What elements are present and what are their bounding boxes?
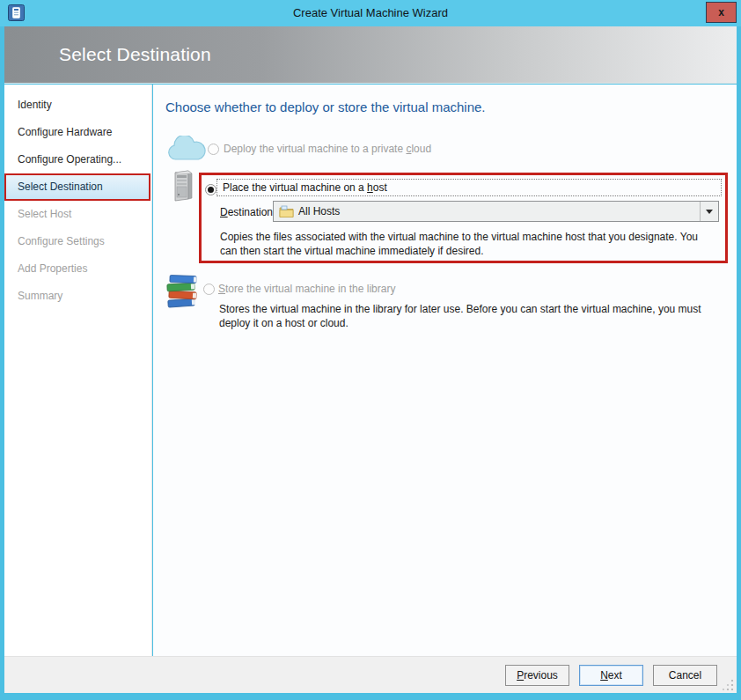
page-title: Select Destination [59, 44, 211, 65]
wizard-header: Select Destination [4, 26, 737, 84]
host-option-description: Copies the files associated with the vir… [220, 230, 713, 258]
cancel-button[interactable]: Cancel [653, 665, 717, 686]
sidebar-item-configure-operating[interactable]: Configure Operating... [4, 146, 151, 173]
host-group-folder-icon [279, 205, 294, 217]
window-title: Create Virtual Machine Wizard [0, 6, 741, 19]
sidebar-item-summary[interactable]: Summary [4, 283, 151, 310]
next-button[interactable]: Next [579, 665, 643, 686]
wizard-steps-sidebar: Identity Configure Hardware Configure Op… [4, 85, 152, 656]
place-on-host-label[interactable]: Place the virtual machine on a host [216, 179, 722, 196]
close-icon: x [718, 6, 724, 18]
dropdown-arrow-icon[interactable] [700, 202, 718, 221]
sidebar-item-select-host[interactable]: Select Host [4, 201, 151, 228]
store-in-library-label[interactable]: Store the virtual machine in the library [218, 283, 395, 295]
title-bar[interactable]: Create Virtual Machine Wizard x [0, 0, 741, 26]
previous-button[interactable]: Previous [505, 665, 569, 686]
close-button[interactable]: x [706, 2, 737, 23]
content-heading: Choose whether to deploy or store the vi… [165, 99, 486, 114]
radio-deploy-private-cloud[interactable] [208, 144, 219, 155]
resize-grip[interactable] [722, 679, 734, 691]
wizard-content: Choose whether to deploy or store the vi… [153, 85, 737, 656]
server-tower-icon [171, 170, 195, 203]
radio-store-in-library[interactable] [203, 284, 215, 295]
sidebar-item-configure-hardware[interactable]: Configure Hardware [4, 119, 151, 146]
library-books-icon [165, 273, 201, 310]
sidebar-item-configure-settings[interactable]: Configure Settings [4, 228, 151, 255]
footer-bar: Previous Next Cancel [4, 656, 737, 693]
deploy-private-cloud-label[interactable]: Deploy the virtual machine to a private … [224, 143, 431, 155]
destination-label: Destination: [220, 206, 275, 218]
sidebar-item-select-destination[interactable]: Select Destination [4, 173, 150, 201]
destination-dropdown[interactable]: All Hosts [273, 201, 719, 222]
library-option-description: Stores the virtual machine in the librar… [219, 302, 726, 330]
sidebar-item-identity[interactable]: Identity [4, 92, 151, 119]
destination-value: All Hosts [298, 205, 700, 217]
wizard-window: Create Virtual Machine Wizard x Select D… [0, 0, 741, 700]
radio-place-on-host[interactable] [205, 184, 216, 195]
sidebar-item-add-properties[interactable]: Add Properties [4, 255, 151, 283]
host-option-annotation-box: Place the virtual machine on a host Dest… [199, 173, 728, 263]
cloud-icon [166, 136, 207, 162]
